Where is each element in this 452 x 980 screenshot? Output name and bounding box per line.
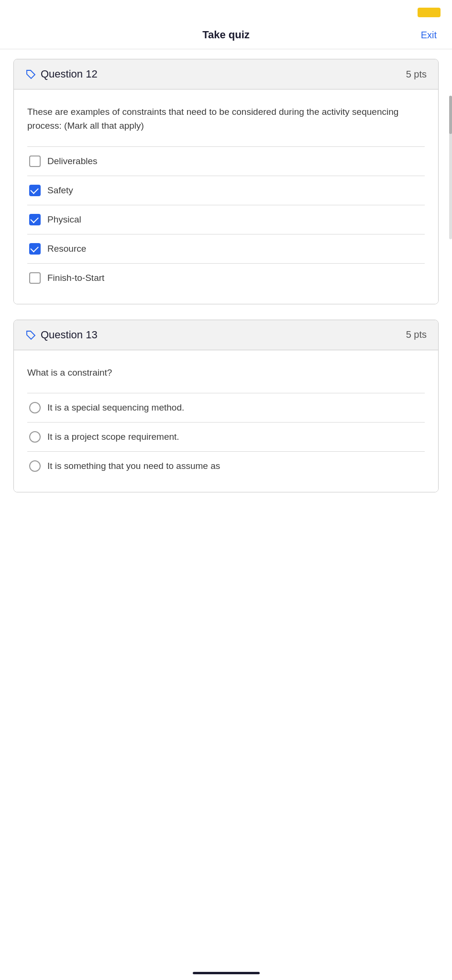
top-bar (0, 0, 452, 21)
question-12-pts: 5 pts (406, 69, 427, 80)
checkbox-safety[interactable] (29, 185, 41, 196)
checkbox-physical[interactable] (29, 214, 41, 225)
radio-assume[interactable] (29, 460, 41, 472)
option-assume-label: It is something that you need to assume … (47, 461, 220, 471)
option-resource[interactable]: Resource (27, 234, 425, 263)
question-12-body: These are examples of constraints that n… (14, 89, 438, 304)
question-12-header-left: Question 12 (25, 68, 98, 80)
option-physical[interactable]: Physical (27, 205, 425, 234)
option-safety-label: Safety (47, 185, 73, 196)
tag-icon (25, 69, 36, 79)
question-12-header: Question 12 5 pts (14, 59, 438, 89)
option-finish-to-start-label: Finish-to-Start (47, 273, 104, 283)
option-assume[interactable]: It is something that you need to assume … (27, 451, 425, 480)
option-sequencing-method[interactable]: It is a special sequencing method. (27, 393, 425, 422)
question-12-card: Question 12 5 pts These are examples of … (13, 59, 439, 304)
question-13-text: What is a constraint? (27, 366, 425, 379)
option-physical-label: Physical (47, 214, 81, 225)
tag-icon-13 (25, 330, 36, 340)
checkbox-finish-to-start[interactable] (29, 272, 41, 284)
option-scope-requirement-label: It is a project scope requirement. (47, 432, 179, 442)
question-13-body: What is a constraint? It is a special se… (14, 350, 438, 492)
yellow-indicator (418, 8, 441, 17)
main-content: Question 12 5 pts These are examples of … (0, 49, 452, 517)
question-13-header-left: Question 13 (25, 329, 98, 341)
header: Take quiz Exit (0, 21, 452, 49)
radio-sequencing-method[interactable] (29, 402, 41, 413)
option-deliverables[interactable]: Deliverables (27, 146, 425, 176)
question-13-card: Question 13 5 pts What is a constraint? … (13, 320, 439, 492)
checkbox-deliverables[interactable] (29, 156, 41, 167)
question-12-title: Question 12 (41, 68, 98, 80)
question-13-title: Question 13 (41, 329, 98, 341)
checkbox-resource[interactable] (29, 243, 41, 255)
option-finish-to-start[interactable]: Finish-to-Start (27, 263, 425, 292)
radio-scope-requirement[interactable] (29, 431, 41, 443)
exit-button[interactable]: Exit (421, 30, 437, 41)
scrollbar-thumb[interactable] (449, 96, 452, 134)
home-indicator (193, 972, 260, 974)
option-resource-label: Resource (47, 244, 86, 254)
page-title: Take quiz (202, 29, 250, 41)
question-13-options: It is a special sequencing method. It is… (27, 393, 425, 480)
question-12-text: These are examples of constraints that n… (27, 105, 425, 133)
scrollbar-track[interactable] (449, 96, 452, 239)
option-sequencing-method-label: It is a special sequencing method. (47, 402, 184, 413)
option-scope-requirement[interactable]: It is a project scope requirement. (27, 422, 425, 451)
option-safety[interactable]: Safety (27, 176, 425, 205)
question-12-options: Deliverables Safety Physical Resource (27, 146, 425, 292)
question-13-pts: 5 pts (406, 329, 427, 340)
option-deliverables-label: Deliverables (47, 156, 98, 167)
question-13-header: Question 13 5 pts (14, 320, 438, 350)
